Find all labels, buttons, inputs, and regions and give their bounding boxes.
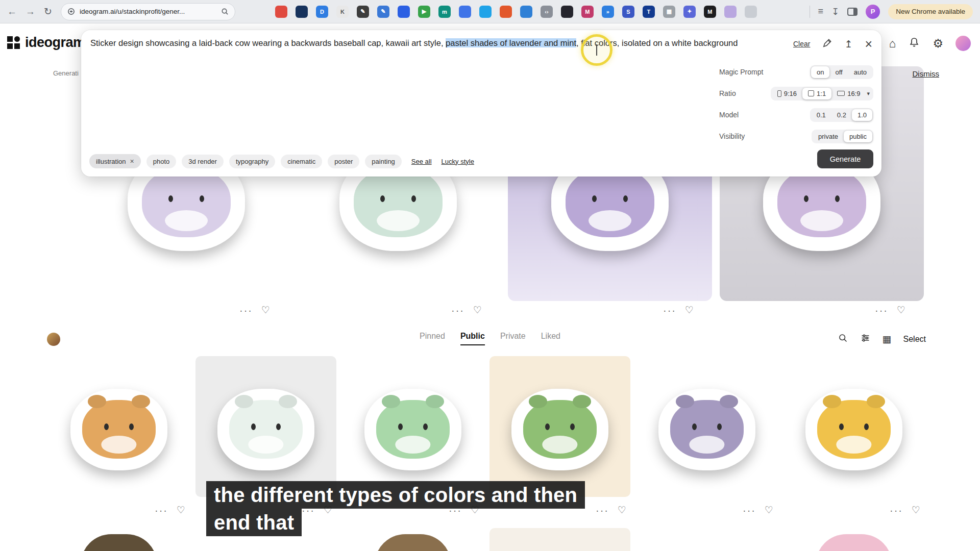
extension-icon-blue-link[interactable] [520, 6, 532, 18]
more-options-button[interactable]: ··· [596, 505, 609, 515]
extension-icon-blue-dot[interactable] [459, 6, 471, 18]
style-tag-painting[interactable]: painting [365, 155, 402, 168]
new-chrome-button[interactable]: New Chrome available [888, 4, 973, 19]
download-icon[interactable]: ↧ [831, 6, 839, 17]
visibility-option-public[interactable]: public [844, 131, 872, 142]
close-panel-icon[interactable]: × [865, 39, 872, 49]
address-bar[interactable]: ideogram.ai/u/stackinprofit/gener... [61, 3, 235, 20]
extension-icon-lightblue-circle[interactable] [479, 6, 492, 18]
reading-list-icon[interactable]: ≡ [818, 6, 824, 17]
home-icon[interactable]: ⌂ [889, 37, 896, 49]
like-button[interactable]: ♡ [765, 505, 773, 515]
extension-icon-blue-pencil[interactable]: ✎ [377, 6, 389, 18]
extension-icon-navy-t[interactable]: T [643, 6, 655, 18]
extension-icon-crimson-m[interactable]: M [581, 6, 594, 18]
extension-icon-blue-d[interactable]: D [316, 6, 328, 18]
partial-gallery-image-3[interactable] [783, 528, 924, 551]
more-options-button[interactable]: ··· [875, 305, 888, 315]
notifications-bell-icon[interactable] [908, 36, 920, 51]
zoom-icon[interactable] [221, 8, 229, 15]
like-button[interactable]: ♡ [473, 305, 482, 315]
like-button[interactable]: ♡ [618, 505, 626, 515]
model-option-0.2[interactable]: 0.2 [831, 109, 852, 121]
reload-button[interactable]: ↻ [44, 6, 52, 17]
edit-pencil-icon[interactable] [822, 38, 832, 49]
visibility-option-private[interactable]: private [813, 131, 844, 142]
more-options-button[interactable]: ··· [743, 505, 756, 515]
more-options-button[interactable]: ··· [239, 305, 253, 315]
tab-private[interactable]: Private [500, 332, 526, 344]
ratio-option-16:9[interactable]: 16:9 [831, 88, 866, 99]
style-tag-3d-render[interactable]: 3d render [182, 155, 224, 168]
gallery-image-owl-wine-sticker[interactable] [636, 356, 777, 497]
more-options-button[interactable]: ··· [155, 505, 168, 515]
style-tag-typography[interactable]: typography [229, 155, 275, 168]
more-options-button[interactable]: ··· [663, 305, 676, 315]
prompt-textarea[interactable]: Sticker design showcasing a laid-back co… [90, 37, 739, 49]
ratio-dropdown-caret-icon[interactable]: ▾ [867, 90, 870, 97]
sidebar-toggle-icon[interactable] [847, 8, 857, 16]
site-settings-icon[interactable] [67, 8, 75, 15]
extension-icon-orange-pen[interactable] [500, 6, 512, 18]
forward-button[interactable]: → [26, 6, 35, 17]
extension-icon-gray-grid[interactable]: ▦ [663, 6, 675, 18]
browser-profile-avatar[interactable]: P [866, 5, 880, 19]
remove-tag-icon[interactable]: × [130, 157, 134, 165]
tab-liked[interactable]: Liked [541, 332, 560, 344]
ideogram-logo[interactable]: ideogram [7, 35, 85, 51]
filter-sliders-icon[interactable] [860, 333, 871, 345]
extension-icon-indigo-s[interactable]: S [622, 6, 634, 18]
style-tag-illustration[interactable]: illustration× [89, 154, 141, 168]
dismiss-link[interactable]: Dismiss [913, 69, 940, 78]
extension-icon-gray-code[interactable]: ‹› [541, 6, 553, 18]
select-button[interactable]: Select [903, 335, 926, 344]
like-button[interactable]: ♡ [912, 505, 920, 515]
partial-gallery-image-0[interactable] [48, 528, 189, 551]
gallery-image-taco-basketball-sticker[interactable] [783, 356, 924, 497]
gallery-image-alien-tacos-sticker[interactable] [342, 356, 483, 497]
magic-prompt-option-off[interactable]: off [829, 66, 848, 78]
magic-prompt-option-on[interactable]: on [811, 66, 829, 78]
ratio-option-1:1[interactable]: 1:1 [802, 88, 831, 99]
extension-icon-blue-chevrons[interactable]: » [602, 6, 614, 18]
extension-icon-green-play[interactable]: ▶ [418, 6, 430, 18]
extension-icon-navy-box[interactable] [296, 6, 308, 18]
like-button[interactable]: ♡ [177, 505, 185, 515]
style-tag-poster[interactable]: poster [328, 155, 359, 168]
magic-prompt-option-auto[interactable]: auto [848, 66, 872, 78]
extension-icon-violet-star[interactable]: ✦ [683, 6, 696, 18]
extension-icon-dark-pencil[interactable]: ✎ [357, 6, 369, 18]
more-options-button[interactable]: ··· [890, 505, 903, 515]
style-tag-photo[interactable]: photo [146, 155, 177, 168]
like-button[interactable]: ♡ [685, 305, 694, 315]
extension-icon-lavender-cloud[interactable] [724, 6, 737, 18]
like-button[interactable]: ♡ [261, 305, 270, 315]
see-all-link[interactable]: See all [411, 158, 432, 165]
model-option-0.1[interactable]: 0.1 [811, 109, 831, 121]
generate-button[interactable]: Generate [817, 149, 873, 168]
extension-icon-gray-puzzle[interactable] [745, 6, 757, 18]
tab-public[interactable]: Public [460, 332, 485, 345]
user-avatar[interactable] [955, 36, 971, 51]
settings-gear-icon[interactable]: ⚙ [933, 37, 943, 49]
model-option-1.0[interactable]: 1.0 [852, 109, 872, 121]
more-options-button[interactable]: ··· [451, 305, 464, 315]
lucky-style-link[interactable]: Lucky style [442, 158, 474, 165]
grid-view-icon[interactable]: ▦ [883, 334, 892, 344]
clear-prompt-button[interactable]: Clear [793, 40, 810, 48]
gallery-image-dog-taco-sticker[interactable] [48, 356, 189, 497]
extension-icon-red-square[interactable] [275, 6, 287, 18]
extension-icon-black-m[interactable]: M [704, 6, 716, 18]
extension-icon-dark-eye[interactable] [561, 6, 573, 18]
style-tag-cinematic[interactable]: cinematic [281, 155, 322, 168]
like-button[interactable]: ♡ [897, 305, 905, 315]
gallery-user-avatar[interactable] [47, 333, 60, 346]
back-button[interactable]: ← [7, 6, 17, 17]
tab-pinned[interactable]: Pinned [420, 332, 445, 344]
extension-icon-teal-m[interactable]: m [438, 6, 451, 18]
ratio-option-9:16[interactable]: 9:16 [772, 88, 802, 99]
extension-icon-blue-square[interactable] [398, 6, 410, 18]
extension-icon-gray-k[interactable]: K [336, 6, 349, 18]
upload-icon[interactable]: ↥ [844, 39, 852, 49]
search-icon[interactable] [838, 333, 848, 345]
